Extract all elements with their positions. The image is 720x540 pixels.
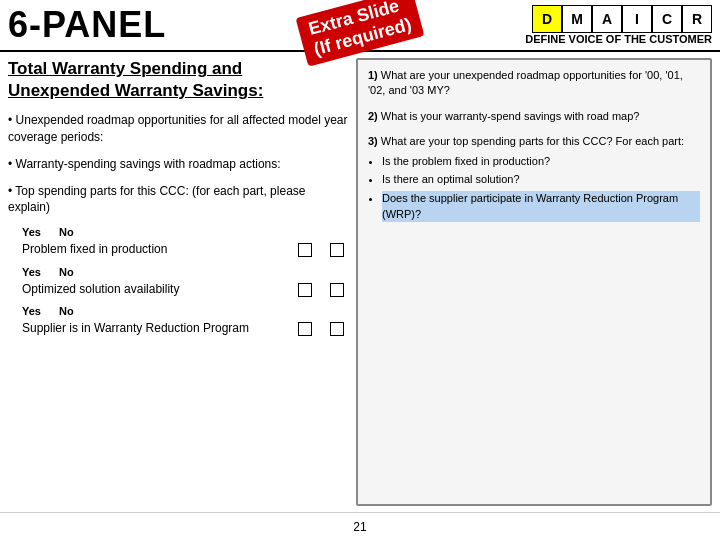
- checkbox-optimized-yes[interactable]: [298, 283, 312, 297]
- dmaic-bar: D M A I C R: [532, 5, 712, 33]
- right-panel: 1) What are your unexpended roadmap oppo…: [356, 58, 712, 506]
- yes-no-boxes-2: [298, 283, 344, 297]
- question-1: 1) What are your unexpended roadmap oppo…: [368, 68, 700, 99]
- checkbox-problem-yes[interactable]: [298, 243, 312, 257]
- checkbox-wrp: Yes No Supplier is in Warranty Reduction…: [22, 305, 348, 337]
- yes-no-header-2: Yes No: [22, 266, 344, 278]
- question-2: 2) What is your warranty-spend savings w…: [368, 109, 700, 124]
- top-spending-section: Top spending parts for this CCC: (for ea…: [8, 183, 348, 345]
- checkbox-problem-no[interactable]: [330, 243, 344, 257]
- question-3: 3) What are your top spending parts for …: [368, 134, 700, 222]
- page-title: 6-PANEL: [8, 4, 166, 46]
- checkbox-wrp-yes[interactable]: [298, 322, 312, 336]
- define-text: DEFINE VOICE OF THE CUSTOMER: [525, 33, 712, 45]
- dmaic-c: C: [652, 5, 682, 33]
- last-bullet-list: Does the supplier participate in Warrant…: [382, 191, 700, 222]
- section-title: Total Warranty Spending and Unexpended W…: [8, 58, 348, 102]
- dmaic-d: D: [532, 5, 562, 33]
- bullet-top-spending: Top spending parts for this CCC: (for ea…: [8, 183, 348, 217]
- dmaic-a: A: [592, 5, 622, 33]
- left-panel: Total Warranty Spending and Unexpended W…: [8, 58, 348, 506]
- checkbox-problem-fixed: Yes No Problem fixed in production: [22, 226, 348, 258]
- sub-bullet-item-0: Is the problem fixed in production?: [382, 154, 700, 169]
- last-bullet-item: Does the supplier participate in Warrant…: [382, 191, 700, 222]
- yes-no-row-2: Optimized solution availability: [22, 282, 348, 298]
- checkbox-label-optimized: Optimized solution availability: [22, 282, 179, 298]
- yes-no-boxes-1: [298, 243, 344, 257]
- checkbox-optimized: Yes No Optimized solution availability: [22, 266, 348, 298]
- dmaic-m: M: [562, 5, 592, 33]
- checkbox-label-wrp: Supplier is in Warranty Reduction Progra…: [22, 321, 249, 337]
- dmaic-r: R: [682, 5, 712, 33]
- yes-no-boxes-3: [298, 322, 344, 336]
- checkbox-optimized-no[interactable]: [330, 283, 344, 297]
- sub-bullet-item-1: Is there an optimal solution?: [382, 172, 700, 187]
- yes-no-row-3: Supplier is in Warranty Reduction Progra…: [22, 321, 348, 337]
- yes-no-row-1: Problem fixed in production: [22, 242, 348, 258]
- page-number: 21: [353, 520, 366, 534]
- yes-no-header-3: Yes No: [22, 305, 344, 317]
- yes-no-header-1: Yes No: [22, 226, 344, 238]
- main-content: Total Warranty Spending and Unexpended W…: [0, 52, 720, 512]
- bullet-warranty-savings: Warranty-spending savings with roadmap a…: [8, 156, 348, 173]
- bullet-roadmap: Unexpended roadmap opportunities for all…: [8, 112, 348, 146]
- sub-bullets-q3: Is the problem fixed in production? Is t…: [382, 154, 700, 188]
- checkbox-wrp-no[interactable]: [330, 322, 344, 336]
- footer: 21: [0, 512, 720, 540]
- dmaic-i: I: [622, 5, 652, 33]
- header: 6-PANEL Extra Slide(If required) D M A I…: [0, 0, 720, 52]
- checkbox-label-problem: Problem fixed in production: [22, 242, 167, 258]
